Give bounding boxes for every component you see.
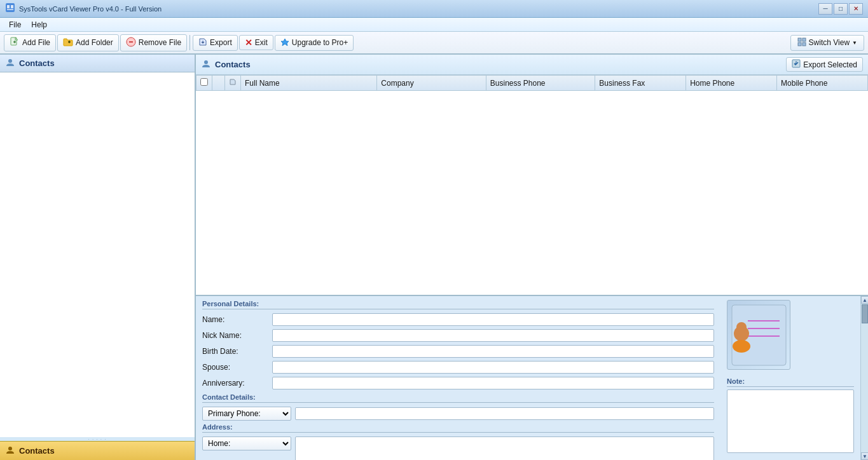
menu-file[interactable]: File xyxy=(4,19,26,30)
export-selected-label: Export Selected xyxy=(803,60,857,69)
nick-name-label: Nick Name: xyxy=(202,331,272,340)
menu-bar: File Help xyxy=(0,18,868,32)
switch-view-icon xyxy=(797,37,806,48)
address-textarea[interactable] xyxy=(295,436,714,460)
anniversary-label: Anniversary: xyxy=(202,379,272,388)
add-folder-button[interactable]: Add Folder xyxy=(57,34,119,51)
add-file-label: Add File xyxy=(22,38,50,47)
app-title: SysTools vCard Viewer Pro v4.0 - Full Ve… xyxy=(19,5,818,13)
export-selected-button[interactable]: Export Selected xyxy=(786,57,863,72)
col-full-name: Full Name xyxy=(241,76,377,91)
svg-point-12 xyxy=(8,447,12,450)
svg-rect-3 xyxy=(7,9,13,10)
right-panel: Contacts Export Selected xyxy=(196,55,868,460)
col-attachment xyxy=(225,76,241,91)
contacts-list-header: Contacts Export Selected xyxy=(196,55,868,75)
scroll-up-arrow[interactable]: ▲ xyxy=(861,296,868,304)
exit-icon: ✕ xyxy=(245,37,252,48)
sidebar-header: Contacts xyxy=(0,55,195,72)
export-icon xyxy=(198,37,207,48)
sidebar-contacts-tab[interactable]: Contacts xyxy=(0,441,195,460)
exit-button[interactable]: ✕ Exit xyxy=(239,35,273,50)
menu-help[interactable]: Help xyxy=(26,19,52,30)
export-label: Export xyxy=(210,38,232,47)
birth-date-field-row: Birth Date: xyxy=(202,345,714,358)
select-all-checkbox[interactable] xyxy=(200,78,208,86)
contacts-table[interactable]: Full Name Company Business Phone Busines… xyxy=(196,75,868,295)
personal-details-section: Personal Details: Name: Nick Name: Birth… xyxy=(202,300,714,389)
main-layout: Contacts · · · · · Contacts xyxy=(0,55,868,460)
upgrade-label: Upgrade to Pro+ xyxy=(292,38,348,47)
anniversary-input[interactable] xyxy=(272,377,714,389)
contacts-list-panel: Contacts Export Selected xyxy=(196,55,868,296)
sidebar-title: Contacts xyxy=(19,58,55,68)
details-right: Note: xyxy=(720,296,860,460)
sidebar-content[interactable] xyxy=(0,72,195,437)
name-input[interactable] xyxy=(272,313,714,326)
toolbar-right: Switch View ▼ xyxy=(790,35,864,51)
svg-rect-8 xyxy=(803,38,806,41)
personal-details-label: Personal Details: xyxy=(202,300,714,309)
sidebar: Contacts · · · · · Contacts xyxy=(0,55,196,460)
details-scrollbar[interactable]: ▲ ▼ xyxy=(860,296,868,460)
app-icon xyxy=(5,3,15,15)
switch-view-button[interactable]: Switch View ▼ xyxy=(790,35,864,51)
contact-card-image xyxy=(727,300,790,370)
maximize-button[interactable]: □ xyxy=(834,3,848,15)
birth-date-input[interactable] xyxy=(272,345,714,358)
note-label: Note: xyxy=(727,377,854,387)
col-checkbox-all[interactable] xyxy=(196,76,212,91)
close-button[interactable]: ✕ xyxy=(849,3,863,15)
minimize-button[interactable]: ─ xyxy=(818,3,832,15)
svg-point-21 xyxy=(736,322,747,332)
add-file-button[interactable]: Add File xyxy=(4,34,56,51)
col-company: Company xyxy=(377,76,486,91)
contacts-title: Contacts xyxy=(201,58,251,71)
spouse-label: Spouse: xyxy=(202,363,272,372)
contact-details-label: Contact Details: xyxy=(202,393,714,403)
scroll-down-arrow[interactable]: ▼ xyxy=(861,452,868,460)
anniversary-field-row: Anniversary: xyxy=(202,377,714,389)
remove-file-label: Remove File xyxy=(139,38,181,47)
phone-input[interactable] xyxy=(295,407,714,420)
spouse-input[interactable] xyxy=(272,361,714,374)
scroll-track[interactable] xyxy=(861,304,868,452)
col-business-phone: Business Phone xyxy=(486,76,595,91)
switch-view-label: Switch View xyxy=(809,38,850,47)
export-button[interactable]: Export xyxy=(193,35,238,51)
details-left: Personal Details: Name: Nick Name: Birth… xyxy=(196,296,720,460)
contacts-data-table: Full Name Company Business Phone Busines… xyxy=(196,75,868,91)
svg-marker-6 xyxy=(281,39,289,46)
col-mobile-phone: Mobile Phone xyxy=(777,76,868,91)
upgrade-icon xyxy=(280,37,289,48)
sidebar-tab-label: Contacts xyxy=(19,446,55,456)
upgrade-button[interactable]: Upgrade to Pro+ xyxy=(275,35,354,51)
svg-rect-2 xyxy=(11,5,13,8)
sidebar-contacts-icon xyxy=(5,57,15,69)
col-home-phone: Home Phone xyxy=(686,76,777,91)
address-section: Address: Home: Work: Other: xyxy=(202,423,714,460)
birth-date-label: Birth Date: xyxy=(202,347,272,356)
svg-rect-9 xyxy=(798,43,801,46)
contacts-header-title: Contacts xyxy=(215,60,251,69)
note-section: Note: xyxy=(727,377,854,455)
nick-name-input[interactable] xyxy=(272,329,714,342)
svg-point-13 xyxy=(204,60,208,64)
col-business-fax: Business Fax xyxy=(595,76,686,91)
svg-point-20 xyxy=(733,340,750,353)
name-field-row: Name: xyxy=(202,313,714,326)
export-selected-icon xyxy=(792,59,801,70)
phone-row: Primary Phone: Home Phone: Work Phone: M… xyxy=(202,407,714,421)
remove-file-icon xyxy=(126,37,136,49)
add-file-icon xyxy=(10,37,20,49)
scroll-thumb[interactable] xyxy=(862,304,868,323)
add-folder-icon xyxy=(63,37,73,49)
remove-file-button[interactable]: Remove File xyxy=(120,34,187,51)
details-panel: Personal Details: Name: Nick Name: Birth… xyxy=(196,296,868,460)
address-type-select[interactable]: Home: Work: Other: xyxy=(202,436,291,450)
phone-type-select[interactable]: Primary Phone: Home Phone: Work Phone: M… xyxy=(202,407,291,421)
address-row: Home: Work: Other: xyxy=(202,436,714,460)
note-textarea[interactable] xyxy=(727,389,854,453)
sidebar-tab-icon xyxy=(5,445,15,457)
exit-label: Exit xyxy=(255,38,268,47)
